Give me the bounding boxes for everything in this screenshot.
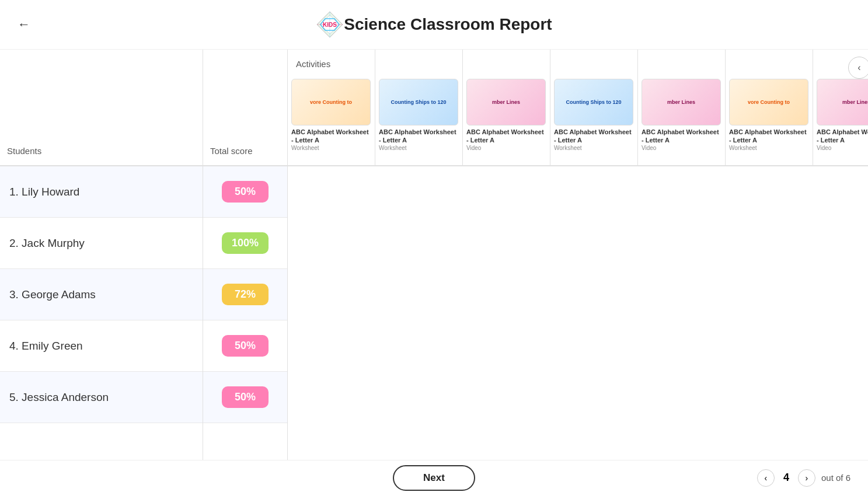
student-name: 2. Jack Murphy: [9, 237, 85, 250]
footer: Next ‹ 4 › out of 6: [0, 460, 868, 492]
student-name-row: 2. Jack Murphy: [0, 218, 203, 269]
student-name-row: 5. Jessica Anderson: [0, 372, 203, 423]
student-name: 1. Lily Howard: [9, 186, 79, 198]
back-button[interactable]: ←: [18, 17, 30, 32]
activities-inner: Activities ‹ › vore Counting toABC Alpha…: [288, 50, 868, 358]
activity-type: Worksheet: [554, 145, 634, 151]
student-name-row: 1. Lily Howard: [0, 166, 203, 218]
activities-nav-arrows: ‹ ›: [848, 57, 868, 79]
activity-card: mber LinesABC Alphabet Worksheet - Lette…: [638, 50, 726, 165]
activity-thumbnail: Counting Ships to 120: [379, 79, 458, 125]
activity-card: vore Counting toABC Alphabet Worksheet -…: [726, 50, 813, 165]
activity-thumbnail: vore Counting to: [291, 79, 371, 125]
student-name-row: [0, 423, 203, 460]
activity-thumbnail: mber Lines: [642, 79, 721, 125]
activity-card: Counting Ships to 120ABC Alphabet Worksh…: [375, 50, 463, 165]
total-score-col-header: Total score: [203, 50, 287, 166]
next-button[interactable]: Next: [393, 465, 475, 491]
total-score-rows: 50%100%72%50%50%: [203, 166, 287, 460]
page-title: Science Classroom Report: [344, 15, 552, 34]
total-score-badge: 72%: [222, 284, 269, 305]
total-score-label: Total score: [210, 146, 253, 156]
activity-title: ABC Alphabet Worksheet - Letter A: [817, 128, 868, 145]
student-name: 5. Jessica Anderson: [9, 391, 109, 404]
students-col-header: Students: [0, 50, 203, 166]
total-score-row: 72%: [203, 269, 287, 320]
student-name: 3. George Adams: [9, 288, 96, 301]
total-score-badge: 100%: [222, 232, 269, 254]
student-name: 4. Emily Green: [9, 340, 83, 353]
activity-cards: vore Counting toABC Alphabet Worksheet -…: [288, 50, 868, 165]
students-label: Students: [7, 146, 41, 156]
prev-page-button[interactable]: ‹: [757, 469, 775, 487]
current-page: 4: [780, 472, 792, 484]
students-rows: 1. Lily Howard2. Jack Murphy3. George Ad…: [0, 166, 203, 460]
activity-title: ABC Alphabet Worksheet - Letter A: [554, 128, 634, 145]
total-score-row: 50%: [203, 320, 287, 372]
activities-panel[interactable]: Activities ‹ › vore Counting toABC Alpha…: [288, 50, 868, 460]
activities-main-label: Activities: [288, 59, 330, 69]
activities-prev-button[interactable]: ‹: [848, 57, 868, 79]
next-page-button[interactable]: ›: [798, 469, 815, 487]
total-score-row: [203, 423, 287, 460]
page-header: ← KIDS Science Classroom Report: [0, 0, 868, 50]
activity-card: mber LinesABC Alphabet Worksheet - Lette…: [463, 50, 550, 165]
activity-type: Worksheet: [379, 145, 459, 151]
page-out-of: out of 6: [821, 473, 850, 483]
logo: KIDS: [316, 11, 344, 39]
activity-thumbnail: mber Lines: [817, 79, 868, 125]
activity-type: Video: [642, 145, 721, 151]
total-score-badge: 50%: [222, 386, 269, 408]
activity-type: Video: [817, 145, 868, 151]
report-container: Students 1. Lily Howard2. Jack Murphy3. …: [0, 50, 868, 460]
activity-thumbnail: mber Lines: [466, 79, 546, 125]
total-score-row: 50%: [203, 372, 287, 423]
activity-title: ABC Alphabet Worksheet - Letter A: [642, 128, 721, 145]
activity-type: Video: [466, 145, 546, 151]
activity-card: Counting Ships to 120ABC Alphabet Worksh…: [550, 50, 638, 165]
activity-title: ABC Alphabet Worksheet - Letter A: [466, 128, 546, 145]
total-score-row: 100%: [203, 218, 287, 269]
activity-title: ABC Alphabet Worksheet - Letter A: [379, 128, 459, 145]
activity-thumbnail: vore Counting to: [729, 79, 808, 125]
table-wrapper: Students 1. Lily Howard2. Jack Murphy3. …: [0, 50, 868, 460]
total-score-row: 50%: [203, 166, 287, 218]
total-score-badge: 50%: [222, 335, 269, 357]
activities-header: Activities ‹ › vore Counting toABC Alpha…: [288, 50, 868, 166]
total-score-badge: 50%: [222, 181, 269, 203]
back-icon: ←: [18, 17, 30, 32]
pagination-controls: ‹ 4 › out of 6: [757, 469, 850, 487]
activity-thumbnail: Counting Ships to 120: [554, 79, 633, 125]
student-name-row: 3. George Adams: [0, 269, 203, 320]
student-name-row: 4. Emily Green: [0, 320, 203, 372]
activity-title: ABC Alphabet Worksheet - Letter A: [291, 128, 371, 145]
activity-type: Worksheet: [729, 145, 809, 151]
total-score-column: Total score 50%100%72%50%50%: [203, 50, 288, 460]
activity-title: ABC Alphabet Worksheet - Letter A: [729, 128, 809, 145]
activity-type: Worksheet: [291, 145, 371, 151]
students-column: Students 1. Lily Howard2. Jack Murphy3. …: [0, 50, 203, 460]
